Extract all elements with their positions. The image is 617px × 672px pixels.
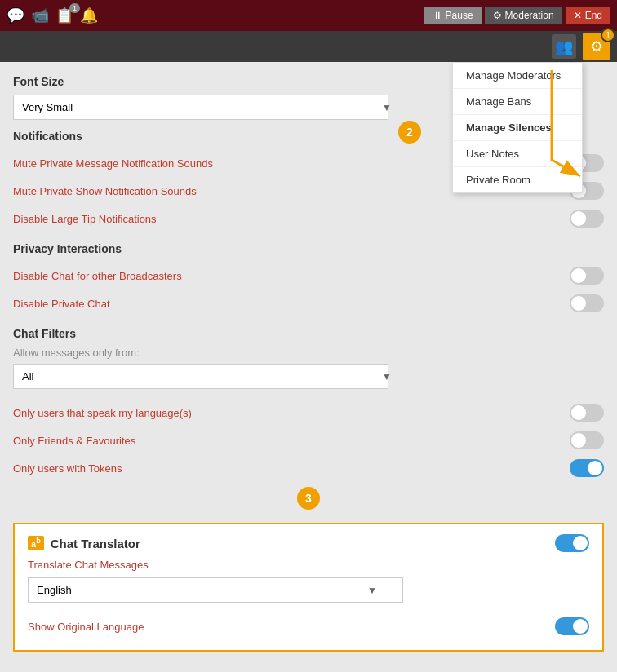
pause-icon: ⏸ [433, 10, 442, 21]
translate-messages-label[interactable]: Translate Chat Messages [28, 559, 589, 571]
only-tokens-toggle[interactable] [570, 459, 604, 477]
only-friends-toggle[interactable] [570, 431, 604, 449]
disable-chat-broadcasters-row: Disable Chat for other Broadcasters [13, 262, 604, 290]
disable-private-chat-row: Disable Private Chat [13, 290, 604, 317]
pause-label: Pause [446, 10, 473, 21]
translator-title: Chat Translator [51, 537, 140, 550]
only-users-language-row: Only users that speak my language(s) [13, 399, 604, 427]
moderation-label: Moderation [505, 10, 554, 21]
chat-translator-section: ab Chat Translator Translate Chat Messag… [13, 523, 604, 652]
add-user-button[interactable]: 👥 [552, 34, 576, 59]
notifications-badge: 1 [69, 3, 80, 13]
disable-large-tip-row: Disable Large Tip Notifications [13, 205, 604, 232]
gear-small-icon: ⚙ [493, 10, 502, 21]
second-bar: 👥 ⚙ 1 [0, 31, 617, 62]
disable-private-chat-label[interactable]: Disable Private Chat [13, 298, 110, 310]
translator-title-area: ab Chat Translator [28, 536, 140, 551]
translator-header: ab Chat Translator [28, 534, 589, 552]
font-size-select[interactable]: Very Small Small Medium Large [13, 95, 388, 120]
disable-private-chat-toggle[interactable] [570, 294, 604, 312]
language-select[interactable]: English Spanish French German [28, 577, 403, 603]
show-original-row: Show Original Language [28, 612, 589, 640]
chat-nav-icon[interactable]: 💬 [7, 7, 24, 24]
disable-chat-broadcasters-toggle[interactable] [570, 267, 604, 285]
top-bar: 💬 📹 📋1 🔔 ⏸ Pause ⚙ Moderation ✕ End [0, 0, 617, 31]
allow-messages-select-wrapper: All Friends Subscribers Following ▼ [13, 364, 604, 389]
private-room-item[interactable]: Private Room [453, 167, 582, 192]
pause-button[interactable]: ⏸ Pause [424, 7, 482, 24]
chat-filters-title: Chat Filters [13, 327, 604, 340]
translator-enabled-toggle[interactable] [555, 534, 589, 552]
annotation-2: 2 [398, 121, 421, 144]
only-tokens-label[interactable]: Only users with Tokens [13, 462, 122, 475]
only-friends-row: Only Friends & Favourites [13, 427, 604, 454]
allow-messages-select[interactable]: All Friends Subscribers Following [13, 364, 388, 389]
end-button[interactable]: ✕ End [566, 7, 610, 24]
user-notes-item[interactable]: User Notes [453, 141, 582, 167]
translator-icon: ab [28, 536, 44, 551]
disable-large-tip-label[interactable]: Disable Large Tip Notifications [13, 213, 157, 225]
notifications-nav-icon[interactable]: 📋1 [55, 7, 73, 24]
privacy-title: Privacy Interactions [13, 242, 604, 255]
only-tokens-row: Only users with Tokens [13, 454, 604, 482]
disable-chat-broadcasters-label[interactable]: Disable Chat for other Broadcasters [13, 270, 182, 282]
gear-settings-button[interactable]: ⚙ 1 [583, 33, 610, 60]
show-original-toggle[interactable] [555, 617, 589, 635]
annotation-3-container: 3 [13, 487, 604, 510]
gear-badge: 1 [601, 28, 615, 42]
show-original-label[interactable]: Show Original Language [28, 621, 144, 633]
allow-messages-label: Allow messages only from: [13, 347, 604, 359]
mute-ps-sounds-label[interactable]: Mute Private Show Notification Sounds [13, 185, 197, 197]
end-label: End [585, 10, 602, 21]
manage-silences-item[interactable]: Manage Silences [453, 115, 582, 141]
annotation-3: 3 [297, 487, 320, 510]
bell-nav-icon[interactable]: 🔔 [80, 7, 98, 24]
video-nav-icon[interactable]: 📹 [31, 7, 49, 24]
only-friends-label[interactable]: Only Friends & Favourites [13, 435, 135, 447]
top-bar-right: ⏸ Pause ⚙ Moderation ✕ End [424, 0, 610, 31]
manage-moderators-item[interactable]: Manage Moderators [453, 63, 582, 89]
language-select-wrapper: English Spanish French German ▼ [28, 577, 589, 603]
disable-large-tip-toggle[interactable] [570, 210, 604, 228]
moderation-button[interactable]: ⚙ Moderation [485, 7, 562, 24]
translator-icon-text: ab [31, 539, 41, 549]
only-users-language-toggle[interactable] [570, 404, 604, 422]
only-users-language-label[interactable]: Only users that speak my language(s) [13, 407, 192, 419]
nav-icons: 💬 📹 📋1 🔔 [7, 7, 98, 24]
mute-pm-sounds-label[interactable]: Mute Private Message Notification Sounds [13, 157, 213, 170]
manage-bans-item[interactable]: Manage Bans [453, 89, 582, 115]
x-icon: ✕ [574, 10, 582, 21]
moderation-dropdown: Manage Moderators Manage Bans Manage Sil… [452, 62, 583, 193]
